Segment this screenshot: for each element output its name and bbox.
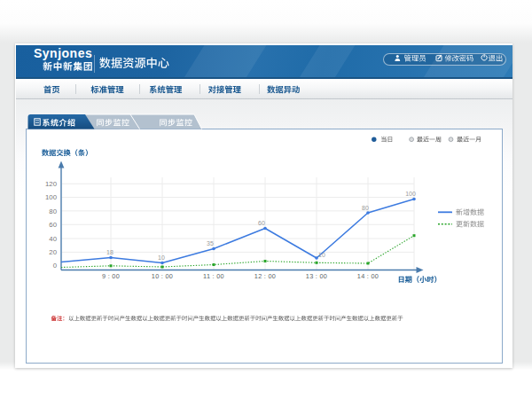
- svg-text:100: 100: [405, 191, 416, 197]
- svg-text:100: 100: [45, 193, 58, 201]
- svg-text:11 : 00: 11 : 00: [203, 272, 224, 280]
- svg-text:14 : 00: 14 : 00: [357, 272, 379, 280]
- svg-text:13 : 00: 13 : 00: [306, 272, 327, 280]
- svg-text:60: 60: [49, 221, 57, 229]
- svg-text:18: 18: [106, 249, 113, 255]
- svg-text:35: 35: [207, 240, 214, 246]
- svg-text:0: 0: [53, 262, 58, 270]
- svg-text:40: 40: [49, 235, 57, 243]
- svg-text:120: 120: [45, 180, 58, 188]
- svg-text:80: 80: [362, 205, 369, 211]
- svg-text:9 : 00: 9 : 00: [102, 272, 120, 280]
- svg-text:60: 60: [258, 220, 265, 226]
- svg-text:10 : 00: 10 : 00: [152, 272, 173, 280]
- svg-text:10: 10: [158, 254, 165, 261]
- svg-text:20: 20: [49, 248, 57, 256]
- svg-text:12 : 00: 12 : 00: [254, 272, 276, 280]
- svg-text:80: 80: [49, 207, 57, 215]
- svg-text:10: 10: [318, 252, 325, 258]
